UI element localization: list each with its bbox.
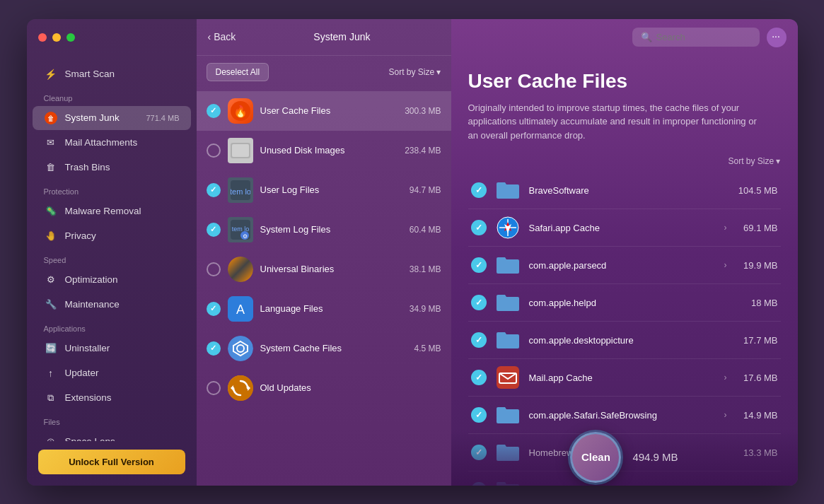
sidebar-item-space-lens[interactable]: Space Lens xyxy=(33,430,191,441)
svg-point-12 xyxy=(228,257,253,282)
cache-row-helpd[interactable]: ✓ com.apple.helpd 18 MB xyxy=(468,284,781,322)
old-updates-label: Old Updates xyxy=(260,382,434,393)
back-button[interactable]: ‹ Back xyxy=(208,31,236,42)
list-controls: Deselect All Sort by Size ▾ xyxy=(197,56,451,88)
checkbox-universal-bin[interactable] xyxy=(207,262,221,276)
helpd-label: com.apple.helpd xyxy=(529,298,727,308)
sidebar-updater-label: Updater xyxy=(65,368,99,378)
cache-check-mail-cache: ✓ xyxy=(471,370,487,385)
brave-size: 104.5 MB xyxy=(736,185,778,196)
sort-right-button[interactable]: Sort by Size ▾ xyxy=(728,156,780,166)
section-label-cleanup: Cleanup xyxy=(27,87,197,105)
checkbox-system-log[interactable] xyxy=(207,223,221,237)
sidebar-item-system-junk[interactable]: 🗑 System Junk 771.4 MB xyxy=(33,106,191,130)
safari-icon xyxy=(495,216,521,239)
maintenance-icon xyxy=(44,298,58,312)
sidebar-item-malware-removal[interactable]: Malware Removal xyxy=(33,199,191,223)
uninstaller-icon xyxy=(44,341,58,356)
search-input[interactable] xyxy=(656,32,751,42)
user-cache-label: User Cache Files xyxy=(260,105,398,116)
sidebar-item-optimization[interactable]: Optimization xyxy=(33,268,191,292)
language-files-icon: A xyxy=(228,296,253,322)
list-item-universal-bin[interactable]: Universal Binaries 38.1 MB xyxy=(197,250,451,289)
system-junk-badge: 771.4 MB xyxy=(146,114,179,122)
desktoppicture-label: com.apple.desktoppicture xyxy=(529,335,727,346)
list-item-old-updates[interactable]: Old Updates xyxy=(197,368,451,408)
parsecd-label: com.apple.parsecd xyxy=(529,260,716,271)
smart-scan-icon: ⚡ xyxy=(44,67,58,81)
sidebar-space-lens-label: Space Lens xyxy=(65,436,115,441)
cache-check-safari: ✓ xyxy=(471,220,487,235)
mail-cache-size: 17.6 MB xyxy=(736,373,778,383)
safari-size: 69.1 MB xyxy=(736,223,778,233)
cache-row-safari[interactable]: ✓ Safari.app Cache › 69.1 MB xyxy=(468,209,781,247)
system-cache-icon xyxy=(228,336,253,361)
unused-disk-label: Unused Disk Images xyxy=(260,145,398,156)
right-header: 🔍 ··· xyxy=(451,19,798,56)
cache-check-desktoppicture: ✓ xyxy=(471,332,487,348)
list-item-user-log[interactable]: tem lo User Log Files 94.7 MB xyxy=(197,170,451,210)
sidebar-item-maintenance[interactable]: Maintenance xyxy=(33,293,191,317)
unused-disk-icon xyxy=(228,138,253,163)
maximize-button[interactable] xyxy=(66,33,75,42)
unlock-button[interactable]: Unlock Full Version xyxy=(38,450,185,474)
titlebar xyxy=(27,19,197,56)
checkbox-user-cache[interactable] xyxy=(207,104,221,118)
helpd-folder-icon xyxy=(495,291,521,314)
back-arrow-icon: ‹ xyxy=(208,31,211,42)
safari-safe-label: com.apple.Safari.SafeBrowsing xyxy=(529,410,716,421)
trash-icon xyxy=(44,160,58,175)
deselect-all-button[interactable]: Deselect All xyxy=(207,63,269,81)
right-content: User Cache Files Originally intended to … xyxy=(451,56,798,486)
desktoppicture-size: 17.7 MB xyxy=(736,335,778,346)
svg-text:tem lo: tem lo xyxy=(231,225,249,233)
sort-by-size-button[interactable]: Sort by Size ▾ xyxy=(388,67,441,77)
cache-row-mail-cache[interactable]: ✓ Mail.app Cache › 17.6 MB xyxy=(468,359,781,397)
cache-row-brave[interactable]: ✓ BraveSoftware 104.5 MB xyxy=(468,172,781,209)
checkbox-system-cache[interactable] xyxy=(207,341,221,356)
clean-button[interactable]: Clean xyxy=(570,432,621,483)
user-cache-icon: 🔥 xyxy=(228,98,253,124)
list-item-user-cache[interactable]: 🔥 User Cache Files 300.3 MB xyxy=(197,91,451,131)
list-item-system-cache[interactable]: System Cache Files 4.5 MB xyxy=(197,329,451,368)
space-lens-icon xyxy=(44,435,58,441)
checkbox-old-updates[interactable] xyxy=(207,381,221,395)
sidebar-system-junk-label: System Junk xyxy=(65,112,120,123)
list-item-unused-disk[interactable]: Unused Disk Images 238.4 MB xyxy=(197,131,451,170)
sidebar-item-smart-scan[interactable]: ⚡ Smart Scan xyxy=(33,62,191,86)
search-icon: 🔍 xyxy=(641,32,652,42)
sidebar-mail-label: Mail Attachments xyxy=(65,137,138,148)
system-log-size: 60.4 MB xyxy=(410,225,441,235)
list-item-language-files[interactable]: A Language Files 34.9 MB xyxy=(197,289,451,329)
checkbox-language-files[interactable] xyxy=(207,302,221,316)
checkbox-unused-disk[interactable] xyxy=(207,143,221,158)
svg-text:🗑: 🗑 xyxy=(47,115,54,122)
sidebar-item-privacy[interactable]: Privacy xyxy=(33,224,191,248)
sidebar-item-extensions[interactable]: Extensions xyxy=(33,386,191,410)
parsecd-folder-icon xyxy=(495,254,521,276)
main-window: ⚡ Smart Scan Cleanup 🗑 System Junk 771.4… xyxy=(27,19,798,486)
middle-panel-header: ‹ Back System Junk xyxy=(197,19,451,56)
sidebar-item-trash-bins[interactable]: Trash Bins xyxy=(33,156,191,180)
more-icon: ··· xyxy=(772,33,780,41)
system-log-label: System Log Files xyxy=(260,224,402,235)
svg-rect-5 xyxy=(232,144,249,157)
close-button[interactable] xyxy=(38,33,47,42)
parsecd-size: 19.9 MB xyxy=(736,260,778,271)
search-bar[interactable]: 🔍 xyxy=(632,28,760,47)
list-item-system-log[interactable]: tem lo⚙ System Log Files 60.4 MB xyxy=(197,210,451,250)
cache-row-desktoppicture[interactable]: ✓ com.apple.desktoppicture 17.7 MB xyxy=(468,322,781,359)
cache-row-parsecd[interactable]: ✓ com.apple.parsecd › 19.9 MB xyxy=(468,247,781,284)
user-log-size: 94.7 MB xyxy=(410,185,441,195)
checkbox-user-log[interactable] xyxy=(207,183,221,197)
old-updates-icon xyxy=(228,375,253,401)
sidebar-item-mail-attachments[interactable]: Mail Attachments xyxy=(33,131,191,155)
universal-bin-icon xyxy=(228,257,253,282)
more-options-button[interactable]: ··· xyxy=(767,28,787,47)
sidebar-item-updater[interactable]: Updater xyxy=(33,361,191,385)
system-log-icon: tem lo⚙ xyxy=(228,217,253,242)
system-junk-icon: 🗑 xyxy=(44,111,58,125)
sidebar-item-uninstaller[interactable]: Uninstaller xyxy=(33,336,191,361)
brave-label: BraveSoftware xyxy=(529,185,727,196)
minimize-button[interactable] xyxy=(52,33,61,42)
